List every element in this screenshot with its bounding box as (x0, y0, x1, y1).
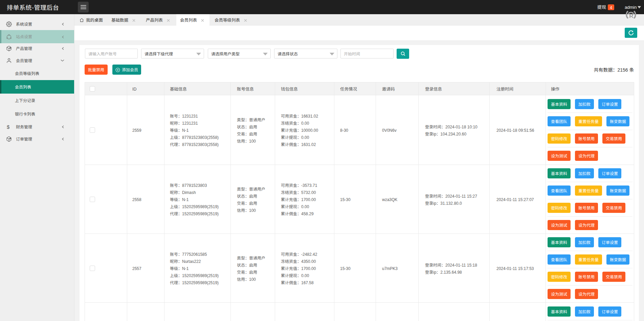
svg-text:R: R (629, 13, 633, 19)
